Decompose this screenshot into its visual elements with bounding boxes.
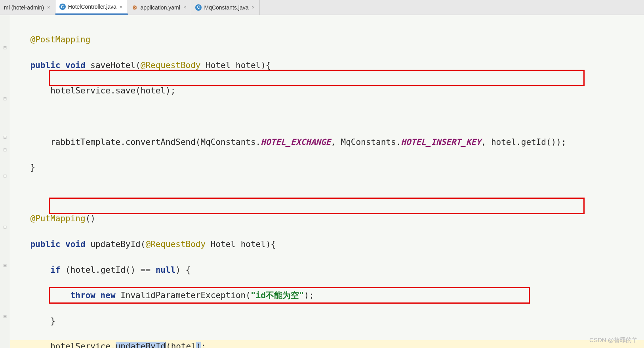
fold-icon[interactable]: ⊟ bbox=[3, 147, 7, 151]
fold-icon[interactable]: ⊟ bbox=[3, 45, 7, 49]
code-editor[interactable]: @PostMapping public void saveHotel(@Requ… bbox=[10, 15, 644, 348]
fold-icon[interactable]: ⊟ bbox=[3, 263, 7, 267]
close-icon[interactable]: × bbox=[183, 4, 187, 10]
fold-icon[interactable]: ⊟ bbox=[3, 173, 7, 177]
tab-label: HotelController.java bbox=[68, 4, 116, 10]
java-class-icon: C bbox=[195, 4, 202, 11]
fold-icon[interactable]: ⊟ bbox=[3, 135, 7, 139]
tab-application-yaml[interactable]: ⚙ application.yaml × bbox=[128, 0, 192, 15]
yaml-file-icon: ⚙ bbox=[132, 4, 138, 11]
watermark: CSDN @替罪的羊 bbox=[589, 337, 638, 344]
close-icon[interactable]: × bbox=[251, 4, 256, 10]
close-icon[interactable]: × bbox=[46, 4, 51, 10]
annotation-putmapping: @PutMapping bbox=[30, 214, 86, 223]
tab-hotel-admin[interactable]: ml (hotel-admin) × bbox=[0, 0, 55, 15]
tab-label: MqConstants.java bbox=[204, 4, 248, 11]
tab-label: ml (hotel-admin) bbox=[4, 4, 44, 11]
highlight-box-1 bbox=[49, 70, 585, 86]
tab-mqconstants[interactable]: C MqConstants.java × bbox=[191, 0, 260, 15]
editor-gutter: ⊟ ⊟ ⊟ ⊟ ⊟ ⊟ ⊟ ⊟ bbox=[0, 15, 10, 348]
tab-label: application.yaml bbox=[141, 4, 180, 11]
fold-icon[interactable]: ⊟ bbox=[3, 314, 7, 318]
close-icon[interactable]: × bbox=[119, 4, 124, 10]
java-class-icon: C bbox=[59, 4, 66, 10]
current-line: hotelService.updateById(hotel); bbox=[10, 340, 644, 348]
editor-tabs: ml (hotel-admin) × C HotelController.jav… bbox=[0, 0, 644, 15]
tab-hotelcontroller[interactable]: C HotelController.java × bbox=[55, 0, 128, 15]
fold-icon[interactable]: ⊟ bbox=[3, 96, 7, 100]
fold-icon[interactable]: ⊟ bbox=[3, 224, 7, 228]
highlight-box-2 bbox=[49, 198, 585, 214]
annotation-postmapping: @PostMapping bbox=[30, 35, 91, 44]
